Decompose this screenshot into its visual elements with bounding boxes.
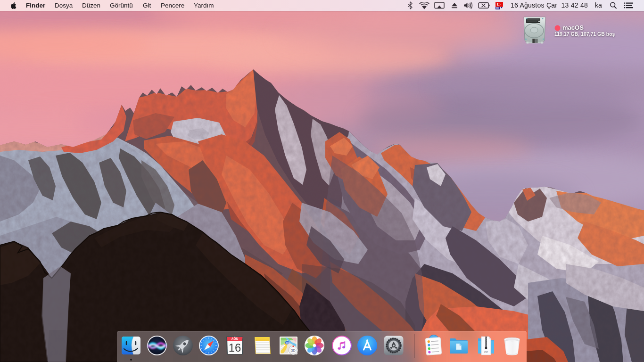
svg-text:PC: PC — [496, 7, 499, 9]
svg-text:16: 16 — [229, 341, 241, 354]
svg-text:280: 280 — [286, 342, 290, 345]
svg-text:3D: 3D — [291, 348, 296, 353]
svg-text:AĞU: AĞU — [231, 337, 239, 340]
svg-text:ZIP: ZIP — [484, 351, 488, 354]
